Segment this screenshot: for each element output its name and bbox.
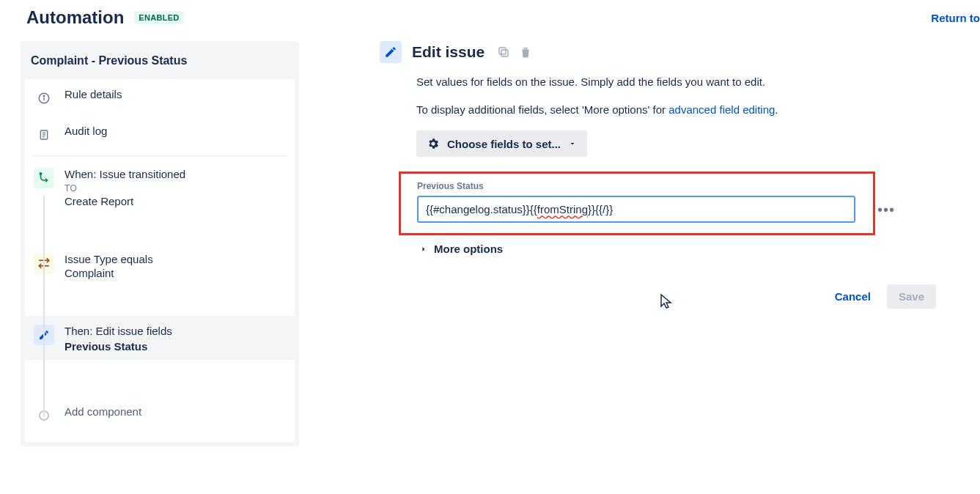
condition-row[interactable]: Issue Type equals Complaint <box>25 244 295 287</box>
info-icon <box>34 88 54 108</box>
editor-title: Edit issue <box>412 43 485 61</box>
chevron-right-icon <box>419 245 428 254</box>
chevron-down-icon <box>568 139 577 148</box>
editor-desc-1: Set values for fields on the issue. Simp… <box>416 73 958 91</box>
trigger-sub: TO <box>65 183 286 193</box>
action-row[interactable]: Then: Edit issue fields Previous Status <box>25 316 295 360</box>
trigger-row[interactable]: When: Issue transitioned TO Create Repor… <box>25 159 295 215</box>
rule-sidebar: Complaint - Previous Status Rule details… <box>21 41 299 446</box>
gear-icon <box>427 137 440 150</box>
status-badge: ENABLED <box>134 11 183 24</box>
svg-rect-11 <box>499 48 506 54</box>
condition-title: Issue Type equals <box>65 253 286 265</box>
editor-panel: Edit issue Set values for fields on the … <box>299 41 980 446</box>
audit-log-row[interactable]: Audit log <box>25 116 295 152</box>
rule-details-label: Rule details <box>65 88 286 100</box>
page-header: Automation ENABLED Return to <box>0 0 980 41</box>
pencil-icon <box>380 41 402 63</box>
document-icon <box>34 125 54 145</box>
action-icon <box>34 325 54 345</box>
field-more-icon[interactable]: ••• <box>877 202 895 218</box>
return-link[interactable]: Return to <box>931 12 980 24</box>
trigger-title: When: Issue transitioned <box>65 168 286 180</box>
action-title: Then: Edit issue fields <box>65 325 286 337</box>
more-options-toggle[interactable]: More options <box>419 243 958 255</box>
add-component-row[interactable]: Add component <box>25 397 295 433</box>
editor-desc-2: To display additional fields, select 'Mo… <box>416 101 958 119</box>
trash-icon[interactable] <box>517 43 534 61</box>
editor-desc-2-prefix: To display additional fields, select 'Mo… <box>416 103 668 116</box>
choose-fields-button[interactable]: Choose fields to set... <box>416 130 587 157</box>
add-component-label: Add component <box>65 405 286 418</box>
svg-point-7 <box>40 173 41 174</box>
audit-log-label: Audit log <box>65 125 286 137</box>
previous-status-input[interactable]: {{#changelog.status}}{{fromString}}{{/}} <box>417 196 855 223</box>
rule-name: Complaint - Previous Status <box>21 41 299 79</box>
condition-icon <box>34 253 54 273</box>
page-title: Automation <box>26 7 124 28</box>
field-label: Previous Status <box>417 181 857 191</box>
divider <box>32 155 287 156</box>
trigger-icon <box>34 168 54 188</box>
advanced-editing-link[interactable]: advanced field editing <box>668 103 775 116</box>
copy-icon[interactable] <box>495 43 512 61</box>
svg-rect-10 <box>501 50 508 56</box>
choose-fields-label: Choose fields to set... <box>447 138 561 150</box>
action-value: Previous Status <box>65 340 286 353</box>
save-button[interactable]: Save <box>887 284 936 309</box>
trigger-destination: Create Report <box>65 195 286 207</box>
svg-point-2 <box>43 95 45 97</box>
rule-details-row[interactable]: Rule details <box>25 79 295 116</box>
cancel-button[interactable]: Cancel <box>826 284 880 309</box>
condition-value: Complaint <box>65 267 286 279</box>
more-options-label: More options <box>434 243 503 255</box>
add-icon <box>34 405 54 426</box>
previous-status-field-block: Previous Status {{#changelog.status}}{{f… <box>399 172 875 235</box>
